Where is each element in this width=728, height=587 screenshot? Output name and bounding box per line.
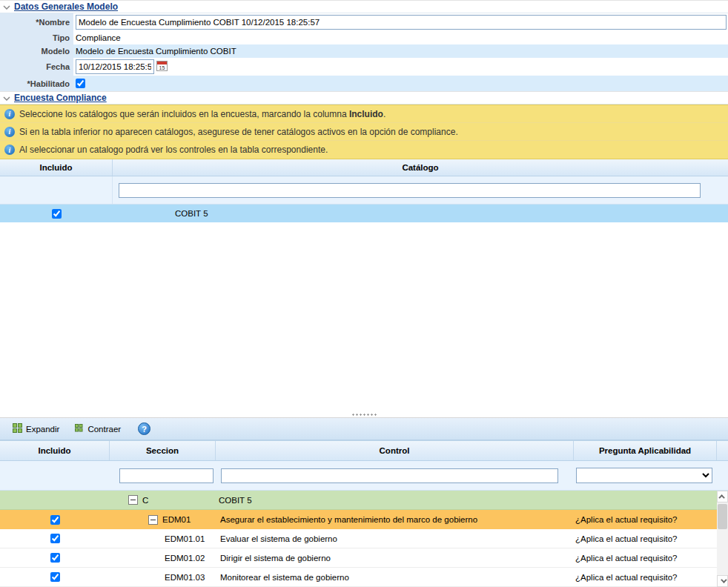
modelo-value: Modelo de Encuesta Cumplimiento COBIT [76,47,236,56]
habilitado-label: *Habilitado [0,76,73,91]
controls-filter-row [0,461,728,491]
control-row-edm01-02[interactable]: EDM01.02 Dirigir el sistema de gobierno … [0,548,717,568]
info-icon: i [4,109,15,119]
collapse-chevron-icon [3,2,10,11]
splitter-grip-icon [351,414,377,416]
scrollbar-track[interactable] [717,503,728,575]
seccion-value: EDM01 [162,515,191,524]
controls-column-header-control[interactable]: Control [216,441,574,460]
seccion-value: EDM01.03 [165,573,205,582]
form-row-nombre: *Nombre [0,13,728,31]
expand-all-icon [13,423,22,434]
info-message-2: i Si en la tabla inferior no aparecen ca… [0,123,728,141]
catalogo-filter-input[interactable] [119,183,701,198]
group-seccion: C [142,496,148,505]
collapse-chevron-icon [3,93,10,102]
catalog-incluido-checkbox[interactable] [52,209,62,219]
scrollbar-thumb[interactable] [718,504,727,529]
incluido-checkbox[interactable] [50,534,60,543]
catalog-table-empty-area [0,222,728,411]
control-value: Monitorear el sistema de gobierno [216,573,574,582]
pregunta-value: ¿Aplica el actual requisito? [574,554,717,563]
header-scrollbar-filler [717,441,728,460]
fecha-label: Fecha [0,58,73,76]
section-header-datos-generales[interactable]: Datos Generales Modelo [0,0,728,13]
group-control: COBIT 5 [216,496,574,505]
seccion-value: EDM01.02 [165,554,205,563]
seccion-filter-input[interactable] [119,468,214,483]
tipo-label: Tipo [0,31,73,44]
pregunta-value: ¿Aplica el actual requisito? [574,515,717,524]
calendar-icon: 15 [156,60,168,73]
catalog-name: COBIT 5 [113,209,728,218]
controls-column-header-pregunta[interactable]: Pregunta Aplicabilidad [574,441,717,460]
controls-table-body: C COBIT 5 EDM01 Asegurar el establecimie… [0,491,728,587]
help-icon[interactable]: ? [138,422,150,435]
svg-text:15: 15 [159,65,165,70]
controls-column-header-seccion[interactable]: Seccion [110,441,216,460]
control-value: Dirigir el sistema de gobierno [216,554,574,563]
section-title-encuesta-compliance: Encuesta Compliance [14,93,107,103]
pregunta-value: ¿Aplica el actual requisito? [574,573,717,582]
controls-toolbar: Expandir Contraer ? [0,418,728,440]
control-filter-input[interactable] [221,468,558,483]
control-row-edm01-01[interactable]: EDM01.01 Evaluar el sistema de gobierno … [0,529,717,548]
incluido-checkbox[interactable] [50,553,60,563]
chevron-down-icon [721,577,727,583]
collapse-all-icon [74,423,84,434]
info-message-3: i Al seleccionar un catalogo podrá ver l… [0,141,728,159]
section-header-encuesta-compliance[interactable]: Encuesta Compliance [0,91,728,105]
scroll-up-button[interactable] [717,491,728,503]
control-value: Asegurar el establecimiento y mantenimie… [216,515,574,524]
group-row-cobit5[interactable]: C COBIT 5 [0,491,717,510]
collapse-minus-icon[interactable] [148,515,158,525]
catalog-column-header-catalogo[interactable]: Catálogo [113,159,728,176]
section-title-datos-generales: Datos Generales Modelo [14,1,118,12]
seccion-value: EDM01.01 [165,534,205,543]
calendar-button[interactable]: 15 [156,60,168,73]
horizontal-splitter[interactable] [0,411,728,418]
scroll-down-button[interactable] [717,575,728,587]
collapse-minus-icon[interactable] [128,495,138,505]
pregunta-value: ¿Aplica el actual requisito? [574,534,717,543]
fecha-input[interactable] [76,59,154,74]
expandir-button[interactable]: Expandir [7,420,64,437]
modelo-label: Modelo [0,44,73,58]
catalog-filter-row [0,176,728,205]
nombre-label: *Nombre [0,13,73,31]
control-row-edm01[interactable]: EDM01 Asegurar el establecimiento y mant… [0,510,717,529]
habilitado-checkbox[interactable] [76,79,85,88]
control-value: Evaluar el sistema de gobierno [216,534,574,543]
catalog-column-header-incluido[interactable]: Incluido [0,159,113,176]
controls-table-header: Incluido Seccion Control Pregunta Aplica… [0,440,728,461]
form-row-tipo: Tipo Compliance [0,31,728,44]
tipo-value: Compliance [76,33,121,42]
contraer-button[interactable]: Contraer [69,420,126,437]
catalog-table-header: Incluido Catálogo [0,159,728,176]
control-row-edm01-03[interactable]: EDM01.03 Monitorear el sistema de gobier… [0,568,717,587]
info-icon: i [4,127,15,137]
info-icon: i [4,145,15,155]
controls-column-header-incluido[interactable]: Incluido [0,441,110,460]
form-row-habilitado: *Habilitado [0,76,728,91]
incluido-checkbox[interactable] [50,572,60,582]
pregunta-filter-select[interactable] [576,468,712,483]
nombre-input[interactable] [76,15,727,30]
form-row-fecha: Fecha 15 [0,58,728,76]
info-box: i Seleccione los catálogos que serán inc… [0,105,728,159]
chevron-up-icon [718,494,724,500]
vertical-scrollbar[interactable] [717,491,728,587]
info-message-1: i Seleccione los catálogos que serán inc… [0,105,728,123]
incluido-checkbox[interactable] [50,515,60,525]
form-row-modelo: Modelo Modelo de Encuesta Cumplimiento C… [0,44,728,58]
catalog-row-cobit5[interactable]: COBIT 5 [0,205,728,222]
